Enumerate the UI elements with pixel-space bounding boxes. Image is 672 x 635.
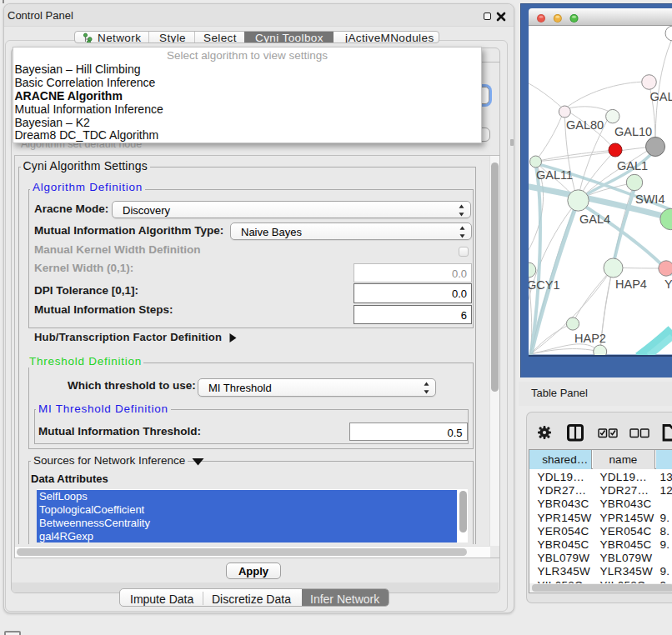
svg-text:GAL80: GAL80 [566,118,604,132]
svg-text:GAL: GAL [650,90,672,103]
svg-text:GCY1: GCY1 [529,278,560,292]
svg-text:GAL10: GAL10 [614,125,652,138]
svg-text:GAL4: GAL4 [579,212,610,226]
svg-text:GAL1: GAL1 [617,159,648,172]
svg-text:Y: Y [664,278,672,291]
svg-text:HAP2: HAP2 [574,332,606,345]
svg-text:GAL11: GAL11 [536,168,573,182]
svg-text:HAP4: HAP4 [615,278,647,291]
svg-text:SWI4: SWI4 [635,192,664,206]
